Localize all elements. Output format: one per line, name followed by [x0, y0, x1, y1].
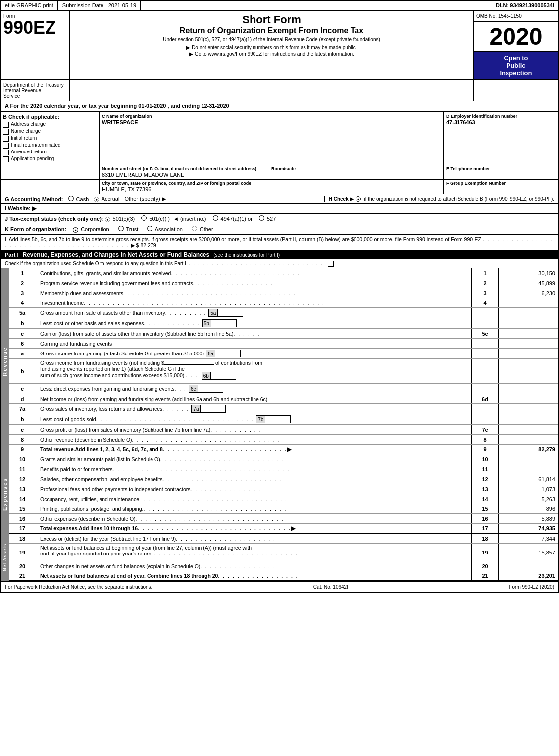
section-k: K Form of organization: Corporation Trus…	[1, 224, 558, 235]
initial-checkbox[interactable]	[3, 136, 9, 142]
row-21-linenum: 21	[471, 571, 499, 580]
row-3-value: 6,230	[499, 288, 558, 298]
j-4947-radio[interactable]	[213, 215, 218, 221]
public-label: Public	[506, 62, 525, 69]
row-18: 18 Excess or (deficit) for the year (Sub…	[9, 534, 558, 544]
row-17-num: 17	[9, 524, 36, 533]
checkbox-amended[interactable]: Amended return	[3, 149, 97, 155]
row-5c-num: c	[9, 329, 36, 338]
k-assoc: Association	[147, 226, 184, 232]
row-6c: c Less: direct expenses from gaming and …	[9, 384, 558, 394]
row-21-desc: Net assets or fund balances at end of ye…	[36, 571, 471, 580]
row-10-desc: Grants and similar amounts paid (list in…	[36, 454, 471, 464]
row-7b: b Less: cost of goods sold . . . . . . .…	[9, 414, 558, 425]
k-assoc-radio[interactable]	[147, 226, 152, 231]
row-6b: b Gross income from fundraising events (…	[9, 359, 558, 384]
row-1-linenum: 1	[471, 268, 499, 278]
open-to-public-block: Open to Public Inspection	[474, 52, 558, 79]
row-12-num: 12	[9, 474, 36, 484]
row-6a-linenum	[471, 349, 499, 358]
row-7b-num: b	[9, 414, 36, 424]
row-8-linenum: 8	[471, 435, 499, 444]
name-checkbox[interactable]	[3, 129, 9, 135]
j-501c: 501(c)( )	[141, 216, 171, 222]
amended-checkbox[interactable]	[3, 150, 9, 155]
row-9-desc: Total revenue. Add lines 1, 2, 3, 4, 5c,…	[36, 445, 471, 454]
j-501c3: 501(c)(3)	[105, 216, 137, 222]
j-527-radio[interactable]	[259, 215, 264, 221]
address-checkbox[interactable]	[3, 122, 9, 128]
row-14-num: 14	[9, 494, 36, 504]
j-501c3-radio[interactable]	[105, 217, 110, 222]
row-11: 11 Benefits paid to or for members . . .…	[9, 464, 558, 474]
accrual-radio[interactable]	[94, 197, 99, 202]
k-corp-radio[interactable]	[73, 227, 78, 233]
row-5c-linenum: 5c	[471, 329, 499, 338]
g-accrual: Accrual	[94, 196, 119, 202]
checkbox-name[interactable]: Name charge	[3, 128, 97, 135]
row-6b-desc: Gross income from fundraising events (no…	[36, 359, 471, 383]
city-left-spacer	[1, 180, 100, 194]
inspection-label: Inspection	[500, 69, 532, 77]
final-checkbox[interactable]	[3, 143, 9, 149]
l-value: 82,279	[140, 242, 156, 248]
cat-no: Cat. No. 10642I	[313, 584, 348, 590]
row-4-desc: Investment income . . . . . . . . . . . …	[36, 298, 471, 307]
street-label: Number and street (or P. O. box, if mail…	[102, 166, 256, 171]
row-6d: d Net income or (loss) from gaming and f…	[9, 394, 558, 404]
row-8-value	[499, 435, 558, 444]
j-501c-radio[interactable]	[141, 215, 147, 221]
row-17-value: 74,935	[499, 524, 558, 533]
dept2: Internal Revenue	[3, 88, 67, 93]
checkbox-initial[interactable]: Initial return	[3, 135, 97, 142]
row-3-num: 3	[9, 288, 36, 298]
h-check[interactable]	[356, 196, 361, 202]
dept1: Department of the Treasury	[3, 82, 67, 88]
k-trust-radio[interactable]	[118, 226, 124, 231]
address-right: E Telephone number	[444, 165, 558, 179]
row-18-num: 18	[9, 534, 36, 543]
section-b-label: B Check if applicable:	[3, 114, 97, 120]
open-to-label: Open to	[504, 54, 528, 62]
section-bcd: B Check if applicable: Address charge Na…	[1, 112, 558, 165]
room-label: Room/suite	[271, 166, 296, 171]
application-label: Application pending	[11, 156, 54, 161]
name-label: Name charge	[11, 128, 41, 134]
row-18-linenum: 18	[471, 534, 499, 543]
row-10-linenum: 10	[471, 454, 499, 464]
k-corp: Corporation	[73, 226, 111, 232]
dept-middle	[70, 80, 474, 101]
dept-section: Department of the Treasury Internal Reve…	[1, 80, 558, 101]
part-i-checkbox[interactable]	[328, 261, 334, 267]
g-label: G Accounting Method:	[5, 196, 63, 202]
row-20-value	[499, 561, 558, 571]
row-16-linenum: 16	[471, 514, 499, 523]
checkbox-address[interactable]: Address charge	[3, 121, 97, 128]
cash-radio[interactable]	[68, 196, 74, 201]
row-17-linenum: 17	[471, 524, 499, 533]
section-i: I Website: ▶	[1, 204, 558, 214]
row-13-value: 1,073	[499, 484, 558, 494]
checkbox-final[interactable]: Final return/terminated	[3, 142, 97, 149]
check-text: Check if the organization used Schedule …	[5, 261, 186, 266]
row-5a: 5a Gross amount from sale of assets othe…	[9, 308, 558, 318]
row-4-num: 4	[9, 298, 36, 307]
row-7b-linenum	[471, 414, 499, 424]
k-trust: Trust	[118, 226, 140, 232]
checkbox-application[interactable]: Application pending	[3, 156, 97, 162]
k-other-radio[interactable]	[192, 226, 197, 231]
row-5b-num: b	[9, 318, 36, 328]
l-arrow: ▶ $	[131, 242, 139, 248]
do-not-enter: ▶ Do not enter social security numbers o…	[73, 45, 470, 50]
main-header: Form 990EZ Short Form Return of Organiza…	[1, 11, 558, 80]
row-17: 17 Total expenses. Add lines 10 through …	[9, 524, 558, 534]
row-21: 21 Net assets or fund balances at end of…	[9, 571, 558, 581]
row-10-value	[499, 454, 558, 464]
row-7c-desc: Gross profit or (loss) from sales of inv…	[36, 425, 471, 434]
application-checkbox[interactable]	[3, 156, 9, 162]
section-h: H Check ▶ if the organization is not req…	[324, 196, 554, 202]
row-5b-value	[499, 318, 558, 328]
section-j: J Tax-exempt status (check only one): 50…	[1, 214, 558, 224]
row-3-linenum: 3	[471, 288, 499, 298]
row-11-desc: Benefits paid to or for members . . . . …	[36, 464, 471, 474]
